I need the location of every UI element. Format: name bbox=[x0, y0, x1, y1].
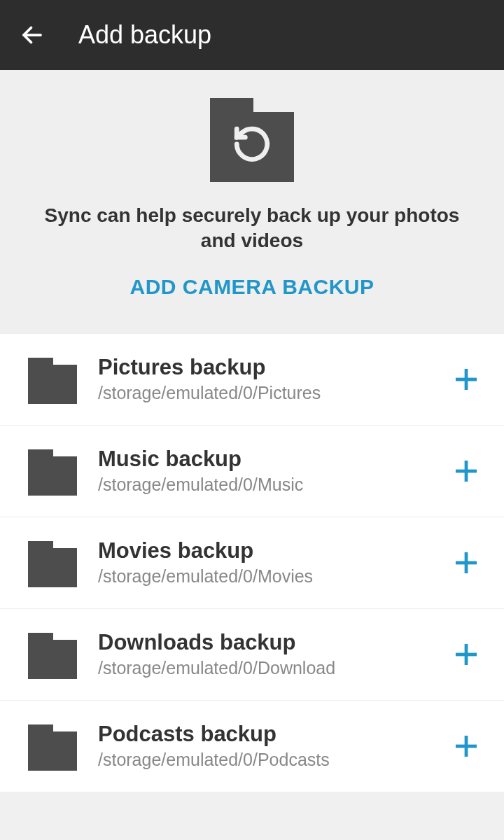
folder-icon bbox=[28, 447, 77, 496]
add-button[interactable] bbox=[452, 365, 480, 393]
folder-icon bbox=[28, 722, 77, 771]
app-header: Add backup bbox=[0, 0, 504, 70]
item-path: /storage/emulated/0/Music bbox=[98, 475, 431, 495]
back-button[interactable] bbox=[20, 22, 45, 48]
item-title: Movies backup bbox=[98, 538, 431, 564]
item-title: Pictures backup bbox=[98, 355, 431, 380]
list-item[interactable]: Podcasts backup /storage/emulated/0/Podc… bbox=[0, 701, 504, 792]
hero-description: Sync can help securely back up your phot… bbox=[28, 203, 476, 254]
plus-icon bbox=[453, 733, 479, 760]
add-button[interactable] bbox=[452, 732, 480, 760]
item-content: Downloads backup /storage/emulated/0/Dow… bbox=[98, 630, 431, 678]
plus-icon bbox=[453, 550, 479, 576]
plus-icon bbox=[453, 366, 479, 393]
list-item[interactable]: Music backup /storage/emulated/0/Music bbox=[0, 426, 504, 517]
folder-icon bbox=[28, 538, 77, 587]
add-button[interactable] bbox=[452, 640, 480, 668]
item-content: Podcasts backup /storage/emulated/0/Podc… bbox=[98, 722, 431, 770]
item-title: Podcasts backup bbox=[98, 722, 431, 747]
plus-icon bbox=[453, 641, 479, 668]
plus-icon bbox=[453, 458, 479, 484]
item-title: Downloads backup bbox=[98, 630, 431, 655]
add-button[interactable] bbox=[452, 549, 480, 577]
item-content: Music backup /storage/emulated/0/Music bbox=[98, 447, 431, 495]
item-title: Music backup bbox=[98, 447, 431, 472]
list-item[interactable]: Downloads backup /storage/emulated/0/Dow… bbox=[0, 609, 504, 701]
item-content: Pictures backup /storage/emulated/0/Pict… bbox=[98, 355, 431, 403]
folder-icon bbox=[28, 630, 77, 679]
item-path: /storage/emulated/0/Pictures bbox=[98, 383, 431, 403]
list-item[interactable]: Movies backup /storage/emulated/0/Movies bbox=[0, 517, 504, 609]
item-content: Movies backup /storage/emulated/0/Movies bbox=[98, 538, 431, 587]
add-button[interactable] bbox=[452, 457, 480, 485]
item-path: /storage/emulated/0/Movies bbox=[98, 566, 431, 587]
item-path: /storage/emulated/0/Download bbox=[98, 658, 431, 678]
backup-folder-icon bbox=[210, 98, 294, 182]
refresh-icon bbox=[232, 124, 272, 164]
hero-section: Sync can help securely back up your phot… bbox=[0, 70, 504, 334]
folder-icon bbox=[28, 355, 77, 404]
list-item[interactable]: Pictures backup /storage/emulated/0/Pict… bbox=[0, 334, 504, 426]
add-camera-backup-button[interactable]: ADD CAMERA BACKUP bbox=[28, 275, 476, 299]
page-title: Add backup bbox=[78, 20, 211, 50]
item-path: /storage/emulated/0/Podcasts bbox=[98, 750, 431, 770]
back-arrow-icon bbox=[20, 22, 45, 48]
backup-list: Pictures backup /storage/emulated/0/Pict… bbox=[0, 334, 504, 792]
